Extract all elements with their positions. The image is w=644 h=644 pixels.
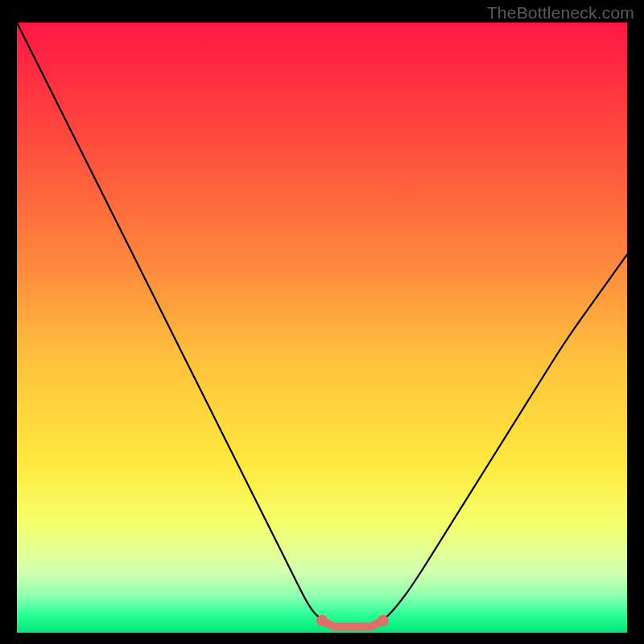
optimal-endpoint-dot	[316, 615, 328, 626]
gradient-background	[17, 23, 627, 633]
optimal-endpoint-dot	[378, 615, 389, 626]
watermark-label: TheBottleneck.com	[487, 3, 634, 23]
plot-area	[17, 23, 627, 633]
chart-svg	[17, 23, 627, 633]
chart-frame: TheBottleneck.com	[0, 0, 644, 644]
